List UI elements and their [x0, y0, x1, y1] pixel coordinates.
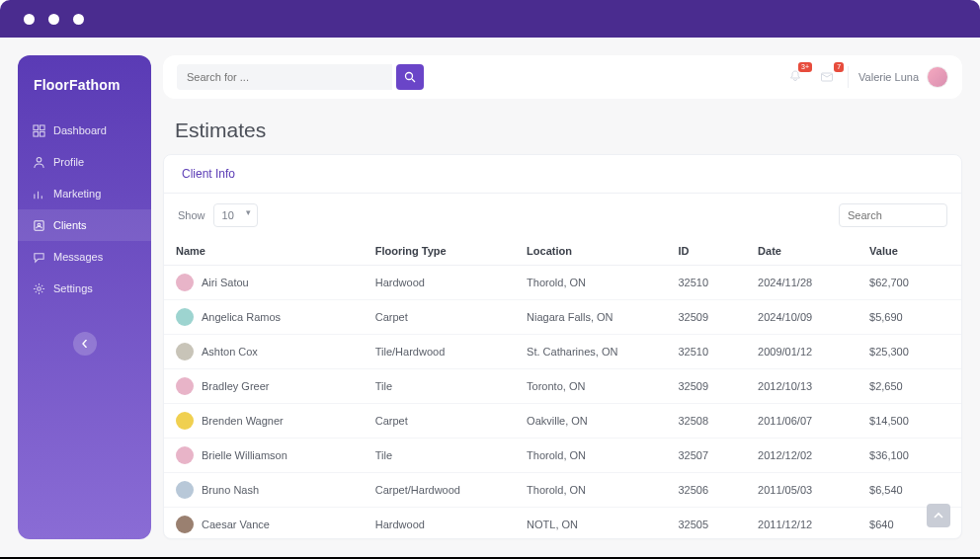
table-row[interactable]: Bradley GreerTileToronto, ON325092012/10… — [164, 369, 961, 404]
flooring-type: Carpet — [364, 404, 515, 439]
window-dot[interactable] — [24, 14, 35, 25]
column-header[interactable]: ID — [666, 237, 746, 266]
page-size-select[interactable]: 10 — [213, 203, 258, 227]
chat-icon — [32, 250, 45, 264]
sidebar-collapse-button[interactable] — [73, 332, 97, 356]
location: Oakville, ON — [515, 404, 666, 439]
bell-icon — [788, 70, 802, 84]
browser-frame: FloorFathom DashboardProfileMarketingCli… — [0, 0, 980, 559]
column-header[interactable]: Location — [515, 237, 666, 266]
table-row[interactable]: Airi SatouHardwoodThorold, ON325102024/1… — [164, 266, 961, 300]
table-row[interactable]: Brielle WilliamsonTileThorold, ON3250720… — [164, 439, 961, 473]
envelope-icon — [820, 70, 834, 84]
table-row[interactable]: Bruno NashCarpet/HardwoodThorold, ON3250… — [164, 473, 961, 508]
avatar — [176, 274, 194, 291]
column-header[interactable]: Date — [746, 237, 858, 266]
date: 2009/01/12 — [746, 335, 858, 369]
client-name: Bradley Greer — [202, 380, 269, 392]
date: 2012/10/13 — [746, 369, 858, 404]
sidebar-item-settings[interactable]: Settings — [18, 273, 151, 304]
flooring-type: Carpet/Hardwood — [364, 473, 515, 508]
window-dot[interactable] — [48, 14, 59, 25]
date: 2024/11/28 — [746, 266, 858, 300]
scroll-to-top-button[interactable] — [927, 504, 950, 527]
column-header[interactable]: Value — [858, 237, 961, 266]
client-id: 32505 — [666, 508, 746, 539]
client-name: Angelica Ramos — [202, 311, 281, 323]
svg-point-10 — [37, 286, 41, 290]
column-header[interactable]: Name — [164, 237, 364, 266]
notifications-button[interactable]: 3+ — [784, 66, 806, 88]
sidebar-item-profile[interactable]: Profile — [18, 146, 151, 178]
flooring-type: Carpet — [364, 300, 515, 335]
location: Thorold, ON — [515, 439, 666, 473]
column-header[interactable]: Flooring Type — [364, 237, 515, 266]
client-name: Brenden Wagner — [202, 415, 284, 427]
value: $6,540 — [858, 473, 961, 508]
avatar — [176, 516, 194, 533]
table-search-input[interactable] — [839, 203, 947, 227]
search-button[interactable] — [396, 64, 424, 90]
user-name: Valerie Luna — [858, 71, 919, 83]
messages-button[interactable]: 7 — [816, 66, 838, 88]
window-dot[interactable] — [73, 14, 84, 25]
sidebar-nav: DashboardProfileMarketingClientsMessages… — [18, 115, 151, 304]
global-search — [177, 64, 424, 90]
search-input[interactable] — [177, 64, 392, 90]
chevron-left-icon — [81, 340, 89, 348]
svg-point-11 — [406, 73, 413, 80]
avatar — [176, 446, 194, 464]
table-row[interactable]: Angelica RamosCarpetNiagara Falls, ON325… — [164, 300, 961, 335]
sidebar-item-label: Profile — [53, 156, 84, 168]
client-name: Caesar Vance — [202, 519, 270, 530]
table-row[interactable]: Brenden WagnerCarpetOakville, ON32508201… — [164, 404, 961, 439]
avatar — [176, 412, 194, 430]
table-controls: Show 10 — [164, 194, 961, 237]
value: $5,690 — [858, 300, 961, 335]
sidebar-item-label: Settings — [53, 282, 93, 294]
show-label: Show — [178, 209, 205, 221]
brand-logo: FloorFathom — [18, 77, 151, 93]
sidebar-item-label: Dashboard — [53, 124, 107, 136]
main-area: 3+ 7 Valerie Luna Estimates Client Info … — [151, 55, 962, 539]
client-id: 32510 — [666, 335, 746, 369]
value: $14,500 — [858, 404, 961, 439]
browser-titlebar — [0, 0, 980, 38]
sidebar-item-messages[interactable]: Messages — [18, 241, 151, 273]
svg-point-4 — [37, 157, 41, 162]
clients-table: NameFlooring TypeLocationIDDateValue Air… — [164, 237, 961, 538]
svg-rect-0 — [33, 124, 38, 129]
table-row[interactable]: Ashton CoxTile/HardwoodSt. Catharines, O… — [164, 335, 961, 369]
sidebar-item-dashboard[interactable]: Dashboard — [18, 115, 151, 146]
flooring-type: Tile — [364, 369, 515, 404]
page-title: Estimates — [151, 105, 962, 154]
sidebar-item-clients[interactable]: Clients — [18, 209, 151, 241]
flooring-type: Tile/Hardwood — [364, 335, 515, 369]
gear-icon — [32, 281, 45, 295]
topbar: 3+ 7 Valerie Luna — [163, 55, 962, 99]
location: Toronto, ON — [515, 369, 666, 404]
avatar — [176, 481, 194, 499]
location: NOTL, ON — [515, 508, 666, 539]
value: $25,300 — [858, 335, 961, 369]
svg-line-12 — [412, 79, 415, 82]
client-name: Bruno Nash — [202, 484, 259, 496]
avatar — [927, 66, 948, 88]
user-menu[interactable]: Valerie Luna — [858, 66, 948, 88]
avatar — [176, 308, 194, 326]
date: 2024/10/09 — [746, 300, 858, 335]
sidebar-item-label: Marketing — [53, 188, 101, 200]
table-row[interactable]: Caesar VanceHardwoodNOTL, ON325052011/12… — [164, 508, 961, 539]
avatar — [176, 377, 194, 395]
sidebar-item-marketing[interactable]: Marketing — [18, 178, 151, 209]
flooring-type: Tile — [364, 439, 515, 473]
client-id: 32506 — [666, 473, 746, 508]
svg-rect-3 — [40, 131, 44, 136]
value: $36,100 — [858, 439, 961, 473]
client-info-card: Client Info Show 10 NameFlooring TypeLoc… — [163, 154, 962, 539]
client-name: Brielle Williamson — [202, 449, 287, 461]
clients-icon — [32, 218, 45, 232]
card-header: Client Info — [164, 155, 961, 194]
date: 2011/06/07 — [746, 404, 858, 439]
client-name: Airi Satou — [202, 277, 249, 288]
